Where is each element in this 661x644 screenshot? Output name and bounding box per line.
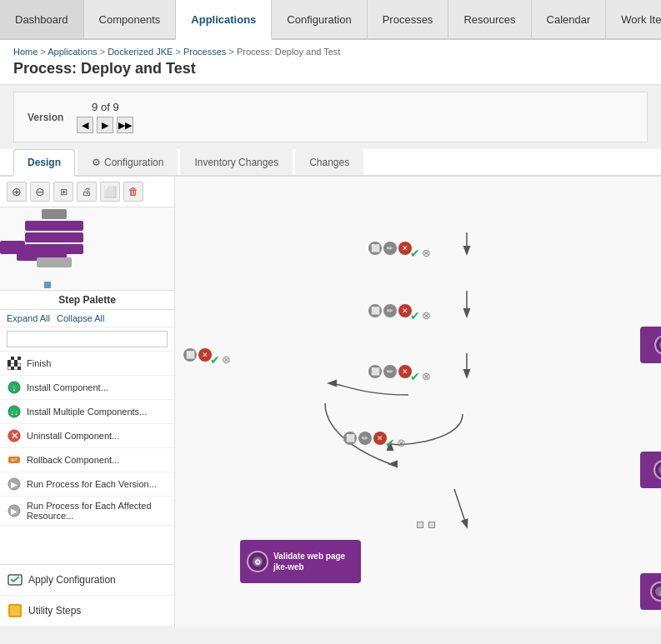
- page-title: Process: Deploy and Test: [13, 60, 648, 77]
- finish-icon: [7, 356, 22, 371]
- main-area: ⊕ ⊖ ⊞ 🖨 ⬜ 🗑: [0, 177, 661, 627]
- edit-jkeweb-button[interactable]: ✏: [383, 365, 397, 378]
- uninstall-icon: ✕: [7, 428, 22, 443]
- nav-dashboard[interactable]: Dashboard: [0, 0, 84, 38]
- install-mysql-icon: ↓: [654, 335, 661, 355]
- validate-node[interactable]: ⚙ Validate web page jke-web: [240, 540, 361, 583]
- nav-workitems[interactable]: Work Items: [606, 0, 661, 38]
- breadcrumb-dockerized-jke[interactable]: Dockerized JKE: [108, 47, 173, 57]
- install-mysql-status: ✔ ⊗: [410, 247, 431, 260]
- breadcrumb-applications[interactable]: Applications: [48, 47, 97, 57]
- nav-configuration[interactable]: Configuration: [272, 0, 367, 38]
- copy-jkedb-button[interactable]: ⬜: [368, 304, 382, 317]
- palette-item-rollback[interactable]: ↩ Rollback Component...: [0, 448, 174, 472]
- preview-area: [0, 207, 174, 291]
- tab-changes[interactable]: Changes: [295, 149, 363, 175]
- version-last-button[interactable]: ▶▶: [117, 117, 133, 133]
- edit-jkedb-button[interactable]: ✏: [383, 304, 397, 317]
- apply-configuration-button[interactable]: Apply Configuration: [0, 565, 174, 596]
- expand-collapse-area: Expand All Collapse All: [0, 310, 174, 327]
- palette-item-run-resource[interactable]: ▶ Run Process for Each Affected Resource…: [0, 497, 174, 526]
- finish-handle-t[interactable]: [417, 522, 423, 528]
- zoom-fit-button[interactable]: ⊞: [53, 182, 73, 202]
- select-icon: ⬜: [103, 186, 117, 198]
- preview-handle[interactable]: [44, 282, 51, 288]
- preview-mini-canvas: [0, 207, 108, 274]
- tabs-area: Design ⚙ Configuration Inventory Changes…: [0, 149, 661, 177]
- preview-node2: [25, 232, 83, 242]
- edit-mysql-button[interactable]: ✏: [383, 242, 397, 255]
- validate-check-icon: ✔: [210, 353, 220, 367]
- preview-start-node: [42, 209, 67, 219]
- nav-applications[interactable]: Applications: [176, 0, 272, 40]
- svg-rect-4: [11, 360, 14, 363]
- breadcrumb: Home > Applications > Dockerized JKE > P…: [13, 47, 648, 57]
- breadcrumb-home[interactable]: Home: [13, 47, 38, 57]
- tab-inventory-changes[interactable]: Inventory Changes: [180, 149, 293, 175]
- setstatus-x-icon: ⊗: [397, 437, 406, 450]
- svg-rect-6: [8, 363, 11, 367]
- install-jkeweb-actions: ⬜ ✏ ✕: [368, 365, 412, 378]
- finish-handle-br[interactable]: [428, 522, 435, 528]
- nav-components[interactable]: Components: [84, 0, 177, 38]
- install-jkedb-node[interactable]: ↓ Install jke-db: [640, 452, 661, 488]
- palette-item-install-multiple[interactable]: ↓↓ Install Multiple Components...: [0, 400, 174, 424]
- palette-search-input[interactable]: [7, 331, 168, 347]
- expand-all-link[interactable]: Expand All: [7, 313, 50, 323]
- mysql-x-icon: ⊗: [422, 247, 431, 260]
- install-jkedb-actions: ⬜ ✏ ✕: [368, 304, 412, 317]
- tab-configuration[interactable]: ⚙ Configuration: [78, 149, 178, 175]
- validate-x-icon: ⊗: [222, 353, 231, 367]
- svg-text:↓: ↓: [12, 382, 17, 392]
- palette-item-uninstall[interactable]: ✕ Uninstall Component...: [0, 424, 174, 448]
- install-mysql-node[interactable]: ↓ Install mysql: [640, 327, 661, 363]
- print-button[interactable]: 🖨: [77, 182, 97, 202]
- palette-item-run-version[interactable]: ▶ Run Process for Each Version...: [0, 472, 174, 497]
- utility-steps-button[interactable]: Utility Steps: [0, 596, 174, 627]
- validate-label: Validate web page jke-web: [273, 551, 354, 572]
- palette-search-area: [0, 327, 174, 352]
- version-next-button[interactable]: ▶: [97, 117, 113, 133]
- svg-text:↓↓: ↓↓: [11, 408, 18, 417]
- zoom-out-button[interactable]: ⊖: [30, 182, 50, 202]
- delete-button[interactable]: 🗑: [123, 182, 143, 202]
- svg-rect-8: [11, 367, 14, 370]
- rollback-icon: ↩: [7, 452, 22, 467]
- delete-icon: 🗑: [128, 186, 138, 197]
- breadcrumb-current: Process: Deploy and Test: [237, 47, 341, 57]
- zoom-out-icon: ⊖: [35, 185, 45, 198]
- copy-jkeweb-button[interactable]: ⬜: [368, 365, 382, 378]
- nav-calendar[interactable]: Calendar: [532, 0, 607, 38]
- validate-icon: ⚙: [247, 551, 268, 572]
- copy-mysql-button[interactable]: ⬜: [368, 242, 382, 255]
- svg-text:▶: ▶: [11, 507, 18, 516]
- version-bar: Version 9 of 9 ◀ ▶ ▶▶: [13, 92, 648, 142]
- run-version-icon: ▶: [7, 477, 22, 492]
- palette-item-finish[interactable]: Finish: [0, 352, 174, 376]
- svg-text:⚙: ⚙: [254, 558, 261, 567]
- version-prev-button[interactable]: ◀: [77, 117, 93, 133]
- edit-setstatus-button[interactable]: ✏: [358, 432, 372, 445]
- jkeweb-x-icon: ⊗: [422, 370, 431, 383]
- install-jkeweb-status: ✔ ⊗: [410, 370, 431, 383]
- jkeweb-check-icon: ✔: [410, 370, 420, 383]
- preview-finish-node: [37, 257, 72, 267]
- tab-design[interactable]: Design: [13, 149, 75, 177]
- nav-resources[interactable]: Resources: [448, 0, 531, 38]
- utility-steps-icon: [7, 602, 23, 619]
- copy-setstatus-button[interactable]: ⬜: [343, 432, 357, 445]
- select-button[interactable]: ⬜: [100, 182, 120, 202]
- process-canvas[interactable]: Start ⬜ ✏ ✕ ↓ Install mysql ✔ ⊗: [175, 177, 661, 627]
- install-jkeweb-node[interactable]: ↓ Install jke-web: [640, 573, 661, 610]
- svg-rect-9: [18, 367, 21, 370]
- collapse-all-link[interactable]: Collapse All: [57, 313, 104, 323]
- breadcrumb-processes[interactable]: Processes: [183, 47, 226, 57]
- nav-processes[interactable]: Processes: [368, 0, 449, 38]
- setstatus-status: ✔ ⊗: [385, 437, 406, 450]
- palette-item-install-component[interactable]: ↓ Install Component...: [0, 376, 174, 400]
- copy-validate-button[interactable]: ⬜: [183, 348, 197, 362]
- print-icon: 🖨: [82, 186, 92, 197]
- zoom-in-button[interactable]: ⊕: [7, 182, 27, 202]
- zoom-fit-icon: ⊞: [60, 187, 68, 197]
- jkedb-x-icon: ⊗: [422, 309, 431, 322]
